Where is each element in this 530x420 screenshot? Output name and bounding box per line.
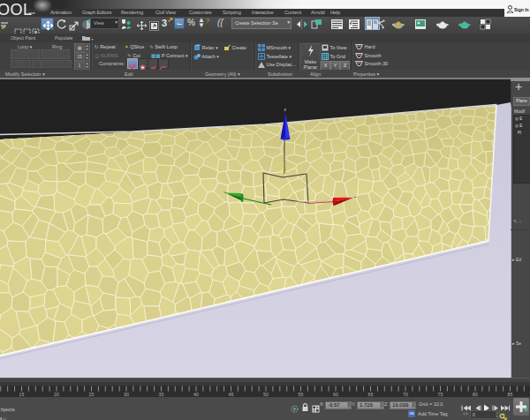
svg-text:35: 35 [159,392,164,397]
svg-text:80: 80 [473,392,478,397]
svg-text:30: 30 [124,392,129,397]
svg-text:25: 25 [89,392,95,397]
svg-text:85: 85 [508,392,513,397]
svg-text:40: 40 [193,392,199,397]
svg-text:65: 65 [368,392,374,397]
svg-text:z: z [284,107,287,112]
svg-text:60: 60 [333,392,338,397]
svg-text:15: 15 [19,392,25,397]
svg-text:50: 50 [263,392,269,397]
svg-text:20: 20 [54,392,59,397]
svg-text:75: 75 [438,392,443,397]
svg-text:55: 55 [299,392,304,397]
svg-text:45: 45 [229,392,234,397]
svg-text:70: 70 [403,392,408,397]
